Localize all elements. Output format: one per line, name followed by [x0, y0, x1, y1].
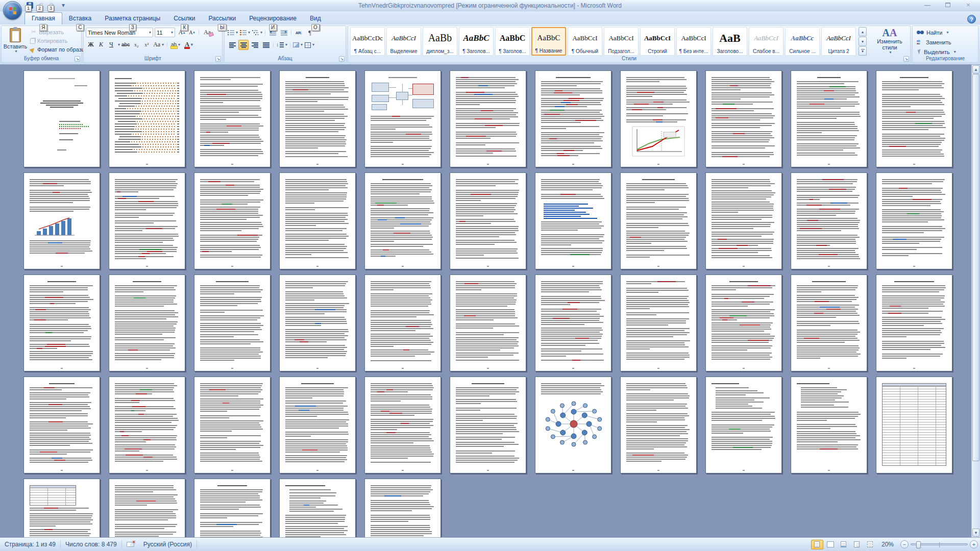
- strikethrough-button[interactable]: abc: [120, 40, 131, 49]
- change-case-button[interactable]: Аа▾: [152, 40, 165, 49]
- page-thumbnail-17[interactable]: [450, 172, 526, 269]
- gallery-scroll-down-button[interactable]: ▼: [859, 37, 867, 46]
- gallery-scroll-up-button[interactable]: ▲: [859, 27, 867, 36]
- page-thumbnail-22[interactable]: [876, 172, 952, 269]
- style-chip-Подзагол-[interactable]: AaBbCcIПодзагол...: [604, 27, 639, 56]
- office-button[interactable]: [3, 1, 22, 20]
- minimize-button[interactable]: —: [921, 1, 934, 9]
- page-thumbnail-12[interactable]: [23, 172, 100, 269]
- font-size-combo[interactable]: 11 ▾: [155, 28, 175, 37]
- style-chip--Обычный[interactable]: AaBbCcI¶ Обычный: [568, 27, 602, 56]
- close-button[interactable]: ×: [962, 1, 975, 9]
- page-thumbnail-29[interactable]: [535, 274, 611, 371]
- subscript-button[interactable]: x₂: [132, 40, 141, 49]
- increase-indent-button[interactable]: [279, 28, 289, 38]
- superscript-button[interactable]: x²: [142, 40, 151, 49]
- shading-button[interactable]: ▾: [292, 40, 303, 50]
- page-thumbnail-43[interactable]: [791, 377, 867, 473]
- page-thumbnail-30[interactable]: [620, 274, 697, 371]
- page-thumbnail-35[interactable]: [109, 377, 185, 473]
- page-thumbnail-14[interactable]: [194, 172, 271, 269]
- page-thumbnail-32[interactable]: [791, 274, 867, 371]
- page-thumbnail-21[interactable]: [791, 172, 867, 269]
- replace-button[interactable]: abac Заменить: [913, 37, 978, 47]
- highlight-button[interactable]: ab▾: [169, 40, 182, 49]
- style-chip--Название[interactable]: AaBbC¶ Название: [531, 27, 566, 56]
- zoom-in-button[interactable]: +: [970, 540, 978, 548]
- page-thumbnail-48[interactable]: [279, 479, 356, 537]
- italic-button[interactable]: К: [96, 40, 106, 49]
- style-chip--Без-инте-[interactable]: AaBbCcI¶ Без инте...: [676, 27, 711, 56]
- tab-Рассылки[interactable]: РассылкиЫ: [202, 13, 242, 24]
- page-thumbnail-46[interactable]: [109, 479, 185, 537]
- page-thumbnail-47[interactable]: [194, 479, 271, 537]
- page-thumbnail-25[interactable]: [194, 274, 271, 371]
- view-fullscreen-button[interactable]: [824, 540, 837, 549]
- qat-customize-button[interactable]: ▾: [58, 1, 68, 10]
- view-draft-button[interactable]: [864, 540, 876, 549]
- change-styles-button[interactable]: AA Изменить стили ▾: [870, 27, 910, 56]
- style-chip-Сильное-[interactable]: AaBbCcСильное ...: [785, 27, 820, 56]
- gallery-more-button[interactable]: ▼: [859, 46, 867, 56]
- page-thumbnail-19[interactable]: [620, 172, 697, 269]
- multilevel-list-button[interactable]: ▾: [252, 28, 263, 38]
- underline-button[interactable]: Ч: [107, 40, 116, 49]
- page-thumbnail-40[interactable]: [535, 377, 611, 473]
- scroll-down-button[interactable]: ▼: [972, 529, 979, 537]
- line-spacing-button[interactable]: ▾: [276, 40, 288, 50]
- style-chip-диплом_з-[interactable]: AaBbдиплом_з...: [423, 27, 457, 56]
- view-print-layout-button[interactable]: [811, 540, 823, 549]
- numbering-button[interactable]: ▾: [239, 28, 251, 38]
- paste-button[interactable]: Вставить ▾: [4, 28, 27, 57]
- bold-button[interactable]: Ж: [86, 40, 95, 49]
- scroll-up-button[interactable]: ▲: [972, 65, 979, 73]
- shrink-font-button[interactable]: А▾: [187, 28, 197, 37]
- bullets-button[interactable]: ▾: [227, 28, 238, 38]
- clipboard-dialog-launcher[interactable]: ↘: [75, 56, 80, 62]
- sort-button[interactable]: АЯ↓: [293, 28, 304, 38]
- document-canvas[interactable]: [0, 65, 971, 537]
- page-thumbnail-15[interactable]: [279, 172, 356, 269]
- style-chip--Заголов-[interactable]: AaBbC¶ Заголов...: [459, 27, 494, 56]
- page-thumbnail-44[interactable]: [876, 377, 952, 473]
- page-thumbnail-18[interactable]: [535, 172, 611, 269]
- page-indicator[interactable]: Страница: 1 из 49: [0, 538, 60, 551]
- tab-Главная[interactable]: ГлавнаяЯ: [24, 12, 62, 24]
- tab-Рецензирование[interactable]: РецензированиеИ: [242, 13, 303, 24]
- page-thumbnail-37[interactable]: [279, 377, 356, 473]
- page-thumbnail-9[interactable]: [705, 70, 782, 167]
- page-thumbnail-1[interactable]: [23, 70, 100, 167]
- page-thumbnail-6[interactable]: [450, 70, 526, 167]
- view-web-layout-button[interactable]: [838, 540, 850, 549]
- zoom-level[interactable]: 20%: [877, 538, 898, 551]
- page-thumbnail-2[interactable]: [109, 70, 185, 167]
- page-thumbnail-10[interactable]: [791, 70, 867, 167]
- find-button[interactable]: Найти ▾: [913, 28, 978, 37]
- zoom-slider-thumb[interactable]: [916, 541, 921, 548]
- page-thumbnail-31[interactable]: [705, 274, 782, 371]
- style-chip--Заголов-[interactable]: AaBbC¶ Заголов...: [495, 27, 530, 56]
- language-indicator[interactable]: Русский (Россия): [139, 538, 197, 551]
- borders-button[interactable]: ▾: [304, 40, 315, 50]
- undo-button[interactable]: ↶ 2: [36, 1, 46, 10]
- page-thumbnail-41[interactable]: [620, 377, 697, 473]
- page-thumbnail-24[interactable]: [109, 274, 185, 371]
- page-thumbnail-39[interactable]: [450, 377, 526, 473]
- page-thumbnail-8[interactable]: [620, 70, 697, 167]
- page-thumbnail-34[interactable]: [23, 377, 100, 473]
- align-left-button[interactable]: [227, 40, 237, 50]
- page-thumbnail-36[interactable]: [194, 377, 271, 473]
- page-thumbnail-5[interactable]: [364, 70, 441, 167]
- style-chip--Абзац-с-[interactable]: AaBbCcDc¶ Абзац с...: [350, 27, 385, 56]
- word-count[interactable]: Число слов: 8 479: [61, 538, 121, 551]
- style-chip-Заголово-[interactable]: AaBЗаголово...: [713, 27, 747, 56]
- tab-Разметка страницы[interactable]: Разметка страницыЗ: [98, 13, 167, 24]
- page-thumbnail-33[interactable]: [876, 274, 952, 371]
- justify-button[interactable]: [261, 40, 271, 50]
- scrollbar-thumb[interactable]: [972, 74, 979, 461]
- page-thumbnail-13[interactable]: [109, 172, 185, 269]
- style-chip-Строгий[interactable]: AaBbCcIСтрогий: [640, 27, 675, 56]
- page-thumbnail-42[interactable]: [705, 377, 782, 473]
- page-thumbnail-3[interactable]: [194, 70, 271, 167]
- save-button[interactable]: 1: [24, 1, 35, 10]
